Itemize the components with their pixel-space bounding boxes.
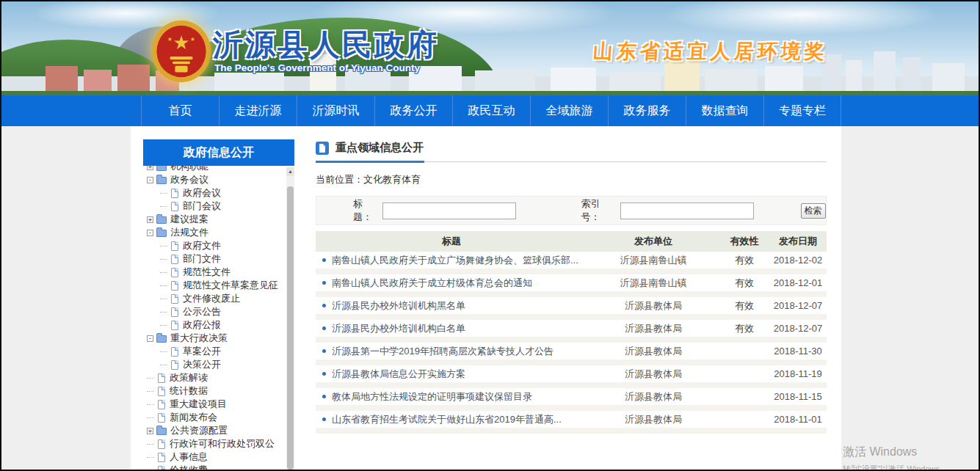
tree-item-label: 政府文件 [183,239,221,252]
nav-item[interactable]: 数据查询 [686,95,763,126]
header-cell: 发布单位 [587,235,719,248]
doc-link[interactable]: 沂源县民办校外培训机构白名单 [332,322,465,335]
tree-item[interactable]: +公共资源配置 [145,424,286,437]
banner-image: ★ ★ ★ 沂源县人民政府 The People's Government of… [1,1,979,95]
tree-item-label: 决策公开 [183,358,221,371]
doc-link[interactable]: 山东省教育招生考试院关于做好山东省2019年普通高... [332,413,562,426]
tree-item[interactable]: +建议提案 [145,213,286,226]
tree-connector [160,272,167,273]
tree-item[interactable]: 政府公报 [145,318,286,332]
tree-connector [160,193,167,194]
nav-item[interactable]: 沂源时讯 [297,95,374,126]
tree-item[interactable]: 草案公开 [145,345,286,358]
nav-item[interactable]: 首页 [141,95,219,126]
file-icon [158,373,165,383]
doc-link[interactable]: 南鲁山镇人民政府关于成立广场舞健身协会、篮球俱乐部... [332,254,578,267]
expand-toggle-icon[interactable]: - [147,177,153,183]
date-cell: 2018-11-19 [769,368,827,379]
expand-toggle-icon[interactable]: + [147,428,153,434]
nav-item[interactable]: 走进沂源 [219,95,297,126]
windows-activation-watermark: 激活 Windows 转到“设置”以激活 Windows [843,445,940,471]
city-skyline [1,50,979,95]
nav-item[interactable]: 政务服务 [608,95,686,126]
bullet-icon [322,326,326,330]
tree-item[interactable]: 决策公开 [145,358,286,371]
folder-icon [156,230,167,237]
tree-connector [160,365,167,365]
search-button[interactable]: 检索 [801,203,826,219]
doc-link[interactable]: 沂源县教体局信息公开实施方案 [332,368,465,381]
tree-item[interactable]: -重大行政决策 [145,332,286,345]
tree-item-label: 文件修改废止 [183,292,240,305]
nav-item[interactable]: 政务公开 [374,95,452,126]
unit-cell: 沂源县教体局 [587,322,719,335]
file-icon [171,281,178,291]
tree-connector [160,206,167,207]
table-row: 南鲁山镇人民政府关于成立广场舞健身协会、篮球俱乐部...沂源县南鲁山镇有效201… [316,252,827,274]
breadcrumb: 当前位置：文化教育体育 [316,173,827,186]
file-icon [171,189,178,198]
tree-item-label: 价格收费 [170,464,208,471]
bullet-icon [322,281,326,285]
tree-item-label: 政府会议 [183,186,221,200]
table-row: 教体局地方性法规设定的证明事项建议保留目录沂源县教体局2018-11-15 [316,388,827,411]
tree-item[interactable]: 新闻发布会 [145,411,286,424]
tree-item[interactable]: 人事信息 [145,450,286,464]
table-header: 标题发布单位有效性发布日期 [316,231,827,252]
tree-item[interactable]: 规范性文件 [145,266,286,279]
doc-link[interactable]: 南鲁山镇人民政府关于成立村级体育总会的通知 [332,277,532,290]
tree-item[interactable]: 政府会议 [145,186,286,200]
tree-connector [147,470,154,471]
doc-link[interactable]: 沂源县第一中学2019年招聘高层次紧缺专技人才公告 [332,345,553,358]
expand-toggle-icon[interactable]: + [147,216,153,223]
date-cell: 2018-11-15 [769,391,827,402]
sidebar: 政府信息公开 +机构职能-政务会议政府会议部门会议+建议提案-法规文件政府文件部… [143,139,294,470]
date-cell: 2018-12-02 [769,255,827,266]
tree-item[interactable]: -法规文件 [145,226,286,239]
tree-item[interactable]: 价格收费 [145,464,286,471]
nav-item[interactable]: 政民互动 [452,95,530,126]
tree-connector [160,299,167,299]
title-cell: 教体局地方性法规设定的证明事项建议保留目录 [316,390,587,404]
file-icon [171,268,178,277]
tree-item-label: 部门文件 [183,252,221,266]
tree-item[interactable]: 部门会议 [145,200,286,213]
folder-icon [156,177,167,184]
file-icon [171,347,178,357]
table-row: 南鲁山镇人民政府关于成立村级体育总会的通知沂源县南鲁山镇有效2018-12-01 [316,274,827,297]
tree-item[interactable]: -政务会议 [145,173,286,186]
date-cell: 2018-11-01 [769,414,827,425]
tree-item-label: 公共资源配置 [170,424,228,437]
scroll-thumb[interactable] [287,186,294,470]
national-emblem-icon: ★ ★ ★ [150,18,213,85]
title-input[interactable] [382,202,516,219]
expand-toggle-icon[interactable]: - [147,230,153,236]
nav-item[interactable]: 专题专栏 [763,95,841,126]
tree-item[interactable]: 政策解读 [145,371,286,384]
tree-item-label: 建议提案 [170,213,208,226]
doc-link[interactable]: 沂源县民办校外培训机构黑名单 [332,299,465,313]
doc-link[interactable]: 教体局地方性法规设定的证明事项建议保留目录 [332,390,532,404]
tree-connector [160,246,167,247]
tree-item[interactable]: 规范性文件草案意见征 [145,279,286,292]
index-input[interactable] [620,202,754,219]
tree-item[interactable]: 部门文件 [145,252,286,266]
date-cell: 2018-12-07 [769,300,827,311]
tree-item[interactable]: 行政许可和行政处罚双公 [145,437,286,450]
tree-item[interactable]: 公示公告 [145,305,286,318]
expand-toggle-icon[interactable]: - [147,335,153,342]
document-icon [316,142,329,155]
nav-item[interactable]: 全域旅游 [530,95,608,126]
tree-connector [160,259,167,260]
tree-item[interactable]: 统计数据 [145,384,286,398]
tree-item[interactable]: 政府文件 [145,239,286,252]
tree-item[interactable]: 文件修改废止 [145,292,286,305]
sidebar-header: 政府信息公开 [143,139,294,166]
bullet-icon [322,372,326,376]
tree-item-label: 政府公报 [183,318,221,332]
scroll-up-icon[interactable]: ▲ [286,167,294,176]
tree-item-label: 政务会议 [170,173,208,186]
tree-item[interactable]: 重大建设项目 [145,398,286,411]
tree-scrollbar[interactable]: ▲ [286,167,294,470]
svg-text:★: ★ [173,32,189,53]
